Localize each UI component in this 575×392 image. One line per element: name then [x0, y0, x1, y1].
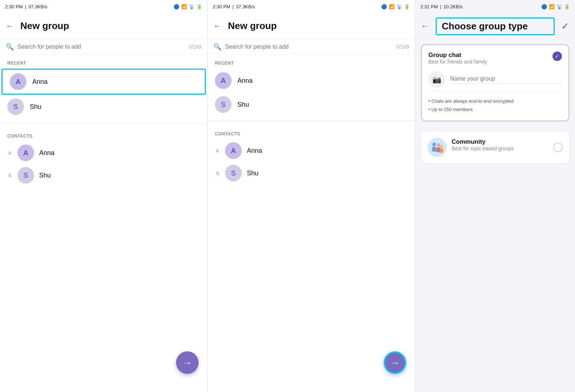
svg-rect-6 — [440, 148, 443, 153]
search-bar-2: 🔍 0/249 — [208, 39, 415, 55]
avatar-anna-contacts-2: A — [225, 142, 242, 159]
group-name-input[interactable] — [450, 75, 562, 84]
recent-shu-2[interactable]: S Shu — [208, 93, 415, 117]
status-bar-1: 2:30 PM | 37.3KB/s 🔵 📶 📡 🔋 — [0, 0, 207, 13]
contact-name-shu-contacts-1: Shu — [39, 172, 51, 179]
fab-1[interactable]: → — [176, 351, 199, 374]
back-button-1[interactable]: ← — [6, 21, 14, 31]
status-network-3: 10.2KB/s — [444, 4, 463, 9]
group-chat-title: Group chat — [428, 52, 487, 59]
contacts-list-1: A A Anna S S Shu — [0, 142, 207, 187]
index-s-2: S — [215, 171, 220, 176]
status-sep-3: | — [440, 4, 441, 9]
status-time-3: 2:31 PM — [420, 4, 438, 9]
search-count-2: 0/249 — [396, 44, 409, 50]
index-a-2: A — [215, 148, 220, 154]
contact-row-shu-1[interactable]: S S Shu — [3, 164, 204, 187]
group-name-row: 📷 — [428, 71, 562, 92]
recent-label-2: RECENT — [208, 55, 415, 69]
back-button-3[interactable]: ← — [421, 21, 429, 31]
community-text: Community Best for topic-based groups — [452, 138, 548, 156]
signal-icon-2: 📶 — [389, 4, 395, 9]
avatar-anna-contacts-1: A — [17, 144, 34, 161]
contacts-label-1: CONTACTS — [0, 128, 207, 142]
avatar-anna-recent-1: A — [10, 73, 26, 90]
contact-row-anna-1[interactable]: A A Anna — [3, 142, 204, 164]
bullet-encrypted: • Chats are always end-to-end encrypted — [428, 97, 562, 105]
panel-new-group-2: 2:30 PM | 37.3KB/s 🔵 📶 📡 🔋 ← New group 🔍… — [208, 0, 415, 392]
group-chat-card-header: Group chat Best for friends and family ✓ — [428, 52, 562, 70]
top-bar-3: ← Choose group type ✓ — [415, 13, 575, 39]
signal-icon: 📶 — [181, 4, 187, 9]
wifi-icon: 📡 — [189, 4, 195, 9]
svg-rect-2 — [432, 147, 436, 152]
community-title: Community — [452, 138, 548, 146]
contact-name-shu-recent-1: Shu — [30, 103, 41, 111]
status-network-2: 37.3KB/s — [236, 4, 255, 9]
status-icons-2: 🔵 📶 📡 🔋 — [381, 4, 410, 9]
panel-choose-group-type: 2:31 PM | 10.2KB/s 🔵 📶 📡 🔋 ← Choose grou… — [415, 0, 575, 392]
signal-icon-3: 📶 — [549, 4, 555, 9]
group-chat-radio[interactable]: ✓ — [552, 52, 562, 61]
divider-2 — [208, 121, 415, 121]
status-sep-2: | — [232, 4, 233, 9]
status-network-1: 37.3KB/s — [28, 4, 48, 9]
group-chat-bullets: • Chats are always end-to-end encrypted … — [428, 97, 562, 114]
recent-anna-1[interactable]: A Anna — [1, 69, 206, 95]
avatar-shu-recent-2: S — [215, 96, 232, 113]
svg-point-1 — [432, 143, 436, 146]
panel-new-group-1: 2:30 PM | 37.3KB/s 🔵 📶 📡 🔋 ← New group 🔍… — [0, 0, 208, 392]
bullet-members: • Up to 250 members — [428, 105, 562, 114]
contact-row-shu-2[interactable]: S S Shu — [211, 162, 412, 184]
confirm-button-3[interactable]: ✓ — [561, 21, 569, 32]
back-button-2[interactable]: ← — [213, 21, 221, 31]
contact-name-shu-contacts-2: Shu — [247, 170, 258, 177]
contacts-label-2: CONTACTS — [208, 126, 415, 139]
search-icon-2: 🔍 — [213, 43, 221, 51]
svg-point-5 — [440, 145, 443, 148]
status-bar-2: 2:30 PM | 37.3KB/s 🔵 📶 📡 🔋 — [208, 0, 415, 13]
recent-anna-2[interactable]: A Anna — [208, 69, 415, 93]
battery-icon-2: 🔋 — [404, 4, 410, 9]
avatar-shu-contacts-2: S — [225, 165, 242, 181]
top-bar-2: ← New group — [208, 13, 415, 39]
community-subtitle: Best for topic-based groups — [452, 146, 548, 151]
page-title-1: New group — [20, 20, 201, 32]
search-input-2[interactable] — [225, 44, 393, 50]
top-bar-1: ← New group — [0, 13, 207, 39]
bluetooth-icon-2: 🔵 — [381, 4, 387, 9]
search-bar-1: 🔍 0/249 — [0, 39, 207, 55]
bluetooth-icon: 🔵 — [174, 4, 179, 9]
group-chat-card[interactable]: Group chat Best for friends and family ✓… — [421, 44, 569, 121]
contacts-list-2: A A Anna S S Shu — [208, 139, 415, 184]
divider-1 — [0, 123, 207, 123]
community-card-header: Community Best for topic-based groups — [428, 138, 563, 157]
wifi-icon-2: 📡 — [396, 4, 402, 9]
fab-2[interactable]: → — [384, 351, 406, 374]
fab-arrow-icon-1: → — [183, 357, 192, 368]
contact-name-anna-recent-1: Anna — [32, 78, 48, 86]
recent-shu-1[interactable]: S Shu — [0, 95, 207, 119]
page-title-3: Choose group type — [436, 17, 555, 35]
svg-point-0 — [428, 138, 446, 157]
search-count-1: 0/249 — [189, 44, 201, 50]
status-bar-3: 2:31 PM | 10.2KB/s 🔵 📶 📡 🔋 — [415, 0, 575, 13]
group-chat-title-block: Group chat Best for friends and family — [428, 52, 487, 70]
index-s-1: S — [7, 173, 12, 178]
group-chat-subtitle: Best for friends and family — [428, 59, 487, 65]
status-data-1: | — [25, 4, 26, 9]
contact-name-anna-contacts-2: Anna — [247, 147, 262, 155]
page-title-2: New group — [228, 20, 409, 32]
contact-row-anna-2[interactable]: A A Anna — [211, 139, 412, 162]
avatar-shu-recent-1: S — [7, 98, 24, 115]
community-card[interactable]: Community Best for topic-based groups — [421, 131, 569, 163]
avatar-anna-recent-2: A — [215, 72, 232, 89]
community-radio[interactable] — [553, 143, 563, 152]
index-a-1: A — [7, 150, 12, 156]
search-input-1[interactable] — [17, 44, 185, 50]
community-avatar — [428, 138, 446, 157]
bluetooth-icon-3: 🔵 — [541, 4, 547, 9]
camera-icon[interactable]: 📷 — [428, 71, 445, 88]
status-time-1: 2:30 PM — [5, 4, 23, 9]
battery-icon-3: 🔋 — [564, 4, 570, 9]
